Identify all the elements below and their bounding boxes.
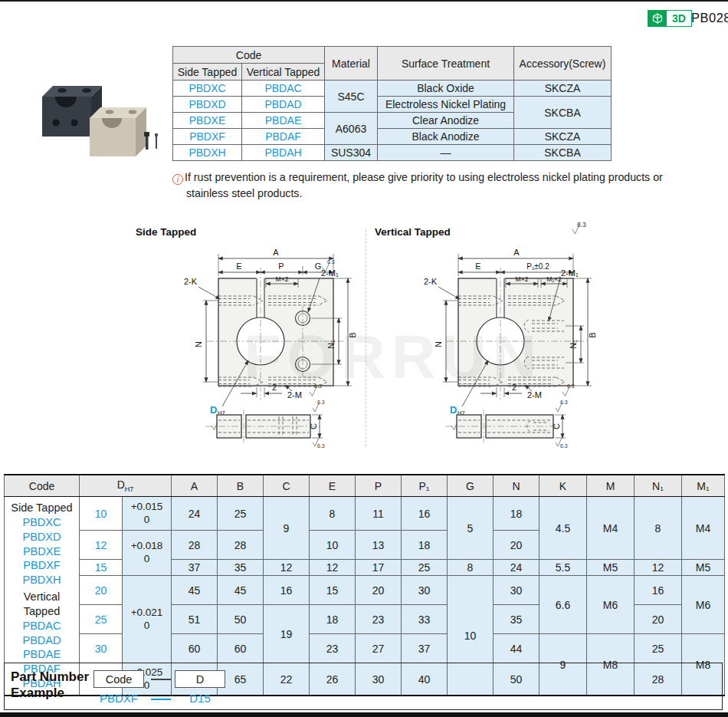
svg-text:6.3: 6.3 [560, 443, 568, 449]
code-link[interactable]: PBDXD [173, 97, 242, 113]
vertical-tapped-title: Vertical Tapped [375, 226, 451, 238]
header-code: Code [173, 47, 325, 64]
badge-3d[interactable]: 3D [648, 10, 692, 27]
header-n1: N₁ [635, 475, 682, 497]
header-k: K [539, 475, 587, 497]
table-cell: 28 [218, 531, 264, 560]
dim-label-mx2: M×2 [276, 275, 289, 283]
header-p: P [356, 475, 402, 497]
table-cell: 50 [218, 605, 264, 634]
code-link[interactable]: PBDAF [242, 129, 325, 145]
table-cell: 15 [310, 576, 356, 605]
dim-label-n1: N₁ [326, 340, 336, 349]
page-bottom-border [0, 712, 728, 717]
code-link[interactable]: PBDXE PBDXF [5, 544, 79, 574]
surface-cell: Clear Anodize [378, 113, 514, 129]
header-c: C [264, 475, 310, 497]
dim-label-e: E [236, 261, 241, 271]
vertical-tapped-group-title: Vertical Tapped [5, 590, 79, 619]
table-cell: 8 [310, 497, 356, 531]
table-cell: 35 [494, 605, 539, 634]
material-cell: S45C [325, 81, 378, 113]
code-link[interactable]: PBDXH [5, 573, 79, 587]
table-cell: 6.6 [539, 576, 587, 634]
svg-text:6.3: 6.3 [577, 221, 586, 229]
code-link[interactable]: PBDAE [242, 113, 325, 129]
table-cell: M5 [682, 560, 725, 576]
table-cell: 23 [356, 605, 402, 634]
table-cell: 27 [356, 634, 402, 663]
svg-text:6.3: 6.3 [314, 383, 322, 389]
code-link[interactable]: PBDAC PBDAD [5, 619, 79, 648]
header-b: B [218, 475, 264, 497]
dim-label-d: D [210, 404, 217, 416]
material-cell: SUS304 [325, 145, 378, 161]
table-cell: 5.5 [539, 560, 587, 576]
d-value[interactable]: 20 [80, 576, 123, 605]
dim-label-e: E [475, 261, 480, 271]
code-link[interactable]: PBDXH [173, 145, 242, 161]
example-dash-blue [151, 699, 171, 700]
side-tapped-drawing: A E P G M×2 2-M₁ 2-K N B N₁ D H7 [129, 232, 362, 449]
example-dash [151, 679, 171, 680]
dim-label-b: B [348, 332, 357, 337]
dim-label-p: P [278, 261, 284, 271]
svg-text:6.3: 6.3 [317, 400, 325, 405]
svg-text:6.3: 6.3 [567, 383, 575, 389]
product-photo [19, 67, 165, 160]
table-cell: 60 [218, 634, 264, 663]
table-cell: 60 [172, 634, 218, 663]
dim-label-n: N [194, 341, 203, 347]
table-cell: M6 [587, 576, 635, 634]
example-code-box: Code [93, 670, 144, 688]
table-cell: 20 [356, 576, 402, 605]
header-a: A [172, 475, 218, 497]
header-p1: P₁ [402, 475, 448, 497]
table-cell: 20 [635, 605, 682, 634]
table-cell: 10 [310, 531, 356, 560]
badge-3d-label: 3D [667, 11, 691, 26]
tolerance-cell: +0.0210 [123, 576, 172, 663]
table-cell: 37 [402, 634, 448, 663]
front-view [447, 268, 587, 400]
d-value[interactable]: 30 [80, 634, 123, 663]
table-cell: 8 [635, 497, 682, 560]
code-link[interactable]: PBDXC [173, 81, 242, 97]
header-accessory: Accessory(Screw) [514, 47, 612, 81]
info-icon: i [172, 174, 183, 185]
d-value[interactable]: 12 [80, 531, 123, 560]
page-code: PB028 [691, 11, 728, 25]
dim-label-b: B [588, 332, 597, 337]
table-cell: M6 [682, 576, 725, 634]
table-cell: 9 [264, 497, 310, 560]
dim-label-n1: N₁ [569, 340, 578, 349]
table-cell: 20 [494, 531, 539, 560]
table-cell: 25 [402, 560, 448, 576]
code-link[interactable]: PBDXF [173, 129, 242, 145]
accessory-cell: SKCBA [514, 97, 612, 129]
d-value[interactable]: 25 [80, 605, 123, 634]
dim-label-a: A [513, 248, 520, 257]
table-cell: 24 [494, 560, 539, 576]
code-link[interactable]: PBDXC PBDXD [5, 515, 79, 544]
side-tapped-title: Side Tapped [136, 226, 196, 238]
code-link[interactable]: PBDAH [242, 145, 325, 161]
code-link[interactable]: PBDXE [173, 113, 242, 129]
code-link[interactable]: PBDAC [242, 81, 325, 97]
code-link[interactable]: PBDAD [242, 97, 325, 113]
dim-label-2: 2 [272, 383, 277, 392]
table-cell: 4.5 [539, 497, 587, 560]
dim-label-a: A [273, 248, 279, 257]
side-view: C 6.3 6.3 [445, 400, 568, 449]
vertical-tapped-drawing: A E P₁±0.2 M×2 M₁×2 2-M₁ 2-K N B N₁ D H7 [366, 232, 604, 449]
surface-cell: Black Anodize [378, 129, 514, 145]
table-cell: 28 [172, 531, 218, 560]
d-value[interactable]: 10 [80, 497, 123, 531]
table-cell: 18 [494, 497, 539, 531]
table-cell: M5 [587, 560, 635, 576]
d-value[interactable]: 15 [80, 560, 123, 576]
table-cell: 16 [264, 576, 310, 605]
dim-label-g: G [315, 261, 322, 271]
header-vertical-tapped: Vertical Tapped [242, 64, 325, 81]
example-d-value: D15 [175, 692, 225, 705]
